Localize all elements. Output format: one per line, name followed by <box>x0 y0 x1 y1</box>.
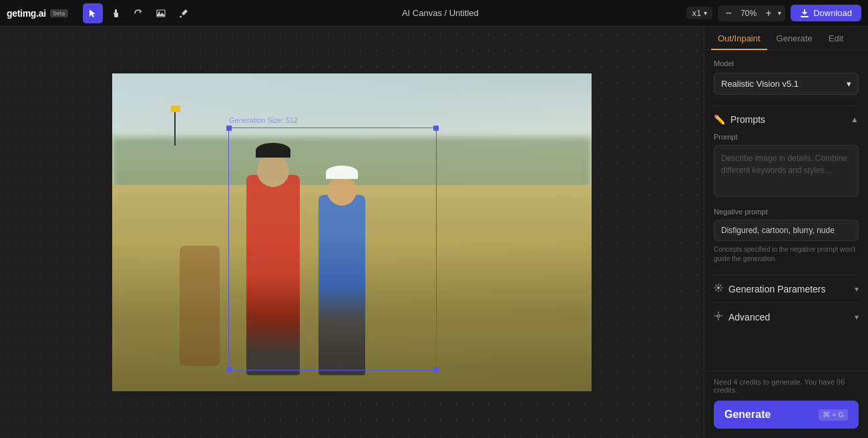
prompts-chevron-icon: ▲ <box>851 115 859 124</box>
topbar-right: x1 ▾ − 70% + ▾ Download <box>686 5 861 21</box>
advanced-chevron-icon: ▾ <box>855 312 859 322</box>
brush-tool[interactable] <box>174 3 194 23</box>
generation-parameters-header[interactable]: Generation Parameters ▾ <box>714 283 859 294</box>
x1-selector[interactable]: x1 ▾ <box>686 7 712 19</box>
gen-params-icon <box>714 283 723 294</box>
zoom-in-button[interactable]: + <box>762 7 775 20</box>
image-tool[interactable] <box>151 3 171 23</box>
credits-text: Need 4 credits to generate. You have 96 … <box>714 378 859 394</box>
download-icon <box>800 9 809 18</box>
generate-shortcut: ⌘ + G <box>819 409 848 421</box>
canvas-image-wrapper: Generation Size: 512 <box>112 73 592 391</box>
generate-label: Generate <box>724 409 771 421</box>
panel-bottom: Need 4 credits to generate. You have 96 … <box>704 371 868 438</box>
panel-tabs: Out/Inpaint Generate Edit <box>704 27 868 50</box>
logo: getimg.ai <box>7 8 46 19</box>
prompts-header-left: ✏️ Prompts <box>714 114 765 125</box>
svg-rect-3 <box>801 16 809 17</box>
tab-edit[interactable]: Edit <box>822 27 850 50</box>
gen-params-header-left: Generation Parameters <box>714 283 826 294</box>
advanced-icon <box>714 311 723 322</box>
model-select[interactable]: Realistic Vision v5.1 ▾ <box>714 73 859 95</box>
topbar: getimg.ai beta <box>0 0 868 27</box>
select-tool[interactable] <box>83 3 103 23</box>
canvas-image <box>112 73 592 391</box>
rotate-tool[interactable] <box>128 3 148 23</box>
advanced-header-left: Advanced <box>714 311 770 322</box>
prompts-section: ✏️ Prompts ▲ Prompt Negative prompt Conc… <box>714 105 859 274</box>
gen-params-chevron-icon: ▾ <box>855 284 859 294</box>
right-panel: Out/Inpaint Generate Edit Model Realisti… <box>704 27 868 438</box>
prompt-textarea[interactable] <box>714 145 859 197</box>
canvas-area[interactable]: Generation Size: 512 <box>0 27 704 438</box>
negative-prompt-input[interactable] <box>714 220 859 241</box>
zoom-value: 70% <box>738 9 759 18</box>
generation-parameters-section: Generation Parameters ▾ <box>714 274 859 302</box>
svg-point-4 <box>717 286 720 289</box>
flag-decoration <box>170 105 180 146</box>
canvas-title: AI Canvas / Untitled <box>402 8 479 18</box>
advanced-title: Advanced <box>728 312 770 322</box>
hand-tool[interactable] <box>105 3 126 23</box>
beta-badge: beta <box>50 9 69 17</box>
gen-params-title: Generation Parameters <box>728 284 826 294</box>
prompts-title: Prompts <box>730 114 765 125</box>
generate-button[interactable]: Generate ⌘ + G <box>714 401 859 429</box>
prompt-label: Prompt <box>714 133 859 141</box>
tab-out-inpaint[interactable]: Out/Inpaint <box>711 27 767 50</box>
topbar-left: getimg.ai beta <box>7 3 194 23</box>
prompts-header[interactable]: ✏️ Prompts ▲ <box>714 114 859 125</box>
person2-decoration <box>318 195 365 375</box>
negative-prompt-label: Negative prompt <box>714 208 859 216</box>
svg-marker-0 <box>89 9 95 17</box>
zoom-out-button[interactable]: − <box>722 7 735 20</box>
svg-point-5 <box>717 314 720 317</box>
model-value: Realistic Vision v5.1 <box>721 79 799 89</box>
prompts-content: Prompt Negative prompt Concepts specifie… <box>714 133 859 264</box>
zoom-dropdown-button[interactable]: ▾ <box>778 9 781 17</box>
panel-content: Model Realistic Vision v5.1 ▾ ✏️ Prompts… <box>704 50 868 371</box>
negative-prompt-hint: Concepts specified in the negative promp… <box>714 245 859 264</box>
model-chevron-icon: ▾ <box>847 79 851 89</box>
advanced-section: Advanced ▾ <box>714 302 859 331</box>
x1-chevron-icon: ▾ <box>704 9 707 17</box>
golf-bag-decoration <box>180 246 220 366</box>
tab-generate[interactable]: Generate <box>770 27 819 50</box>
main-layout: Generation Size: 512 Out/Inpaint Generat… <box>0 27 868 438</box>
advanced-header[interactable]: Advanced ▾ <box>714 311 859 322</box>
download-button[interactable]: Download <box>791 5 861 21</box>
toolbar <box>83 3 194 23</box>
model-label: Model <box>714 59 859 67</box>
prompts-icon: ✏️ <box>714 114 725 125</box>
zoom-control: − 70% + ▾ <box>718 5 785 21</box>
person1-decoration <box>246 175 300 375</box>
